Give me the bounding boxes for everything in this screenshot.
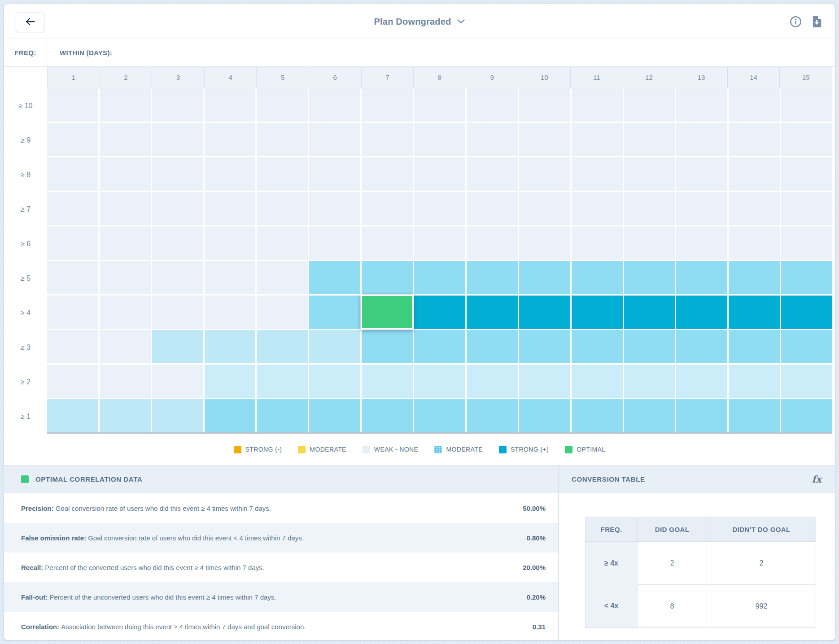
heatmap-cell[interactable]	[47, 365, 98, 398]
heatmap-cell[interactable]	[47, 192, 98, 225]
heatmap-cell[interactable]	[362, 192, 413, 225]
heatmap-cell[interactable]	[414, 192, 465, 225]
heatmap-cell[interactable]	[414, 261, 465, 294]
heatmap-cell[interactable]	[257, 365, 308, 398]
heatmap-cell[interactable]	[572, 296, 623, 329]
heatmap-cell[interactable]	[152, 192, 203, 225]
heatmap-cell[interactable]	[47, 88, 98, 122]
heatmap-cell[interactable]	[519, 123, 570, 156]
heatmap-cell[interactable]	[676, 192, 727, 225]
heatmap-cell[interactable]	[781, 157, 832, 191]
heatmap-cell[interactable]	[572, 123, 623, 156]
heatmap-cell[interactable]	[572, 226, 623, 260]
formula-fx-icon[interactable]: fx	[812, 474, 822, 485]
heatmap-cell[interactable]	[309, 296, 360, 329]
heatmap-cell[interactable]	[257, 157, 308, 191]
heatmap-cell[interactable]	[676, 296, 727, 329]
heatmap-cell[interactable]	[47, 226, 98, 260]
heatmap-cell[interactable]	[624, 365, 675, 398]
heatmap-cell[interactable]	[152, 226, 203, 260]
heatmap-cell[interactable]	[624, 157, 675, 191]
heatmap-cell[interactable]	[257, 399, 308, 432]
heatmap-cell[interactable]	[309, 192, 360, 225]
heatmap-cell[interactable]	[257, 226, 308, 260]
event-selector[interactable]: Plan Downgraded	[4, 4, 835, 39]
heatmap-cell[interactable]	[309, 399, 360, 432]
heatmap-cell[interactable]	[362, 226, 413, 260]
heatmap-cell[interactable]	[414, 365, 465, 398]
heatmap-cell[interactable]	[519, 365, 570, 398]
heatmap-cell[interactable]	[624, 261, 675, 294]
heatmap-cell[interactable]	[152, 365, 203, 398]
heatmap-cell[interactable]	[205, 365, 256, 398]
heatmap-cell[interactable]	[309, 157, 360, 191]
heatmap-cell[interactable]	[414, 330, 465, 363]
heatmap-cell[interactable]	[205, 399, 256, 432]
info-icon[interactable]	[790, 16, 802, 28]
heatmap-cell[interactable]	[100, 88, 151, 122]
heatmap-cell[interactable]	[781, 226, 832, 260]
heatmap-cell[interactable]	[257, 123, 308, 156]
heatmap-cell[interactable]	[729, 261, 780, 294]
heatmap-cell[interactable]	[676, 330, 727, 363]
heatmap-cell[interactable]	[781, 399, 832, 432]
heatmap-cell[interactable]	[572, 365, 623, 398]
heatmap-cell[interactable]	[100, 192, 151, 225]
heatmap-cell[interactable]	[467, 261, 518, 294]
heatmap-cell[interactable]	[257, 261, 308, 294]
heatmap-cell[interactable]	[781, 296, 832, 329]
heatmap-cell[interactable]	[47, 399, 98, 432]
heatmap-cell[interactable]	[205, 192, 256, 225]
heatmap-cell[interactable]	[152, 261, 203, 294]
heatmap-cell[interactable]	[47, 296, 98, 329]
heatmap-cell[interactable]	[781, 192, 832, 225]
heatmap-cell[interactable]	[572, 261, 623, 294]
heatmap-cell[interactable]	[519, 330, 570, 363]
heatmap-cell[interactable]	[624, 192, 675, 225]
heatmap-cell[interactable]	[100, 399, 151, 432]
heatmap-cell[interactable]	[624, 330, 675, 363]
heatmap-cell[interactable]	[572, 88, 623, 122]
heatmap-cell[interactable]	[362, 123, 413, 156]
heatmap-cell[interactable]	[100, 157, 151, 191]
heatmap-cell[interactable]	[729, 157, 780, 191]
heatmap-cell[interactable]	[624, 123, 675, 156]
heatmap-cell[interactable]	[467, 365, 518, 398]
heatmap-cell[interactable]	[676, 399, 727, 432]
heatmap-cell[interactable]	[624, 226, 675, 260]
heatmap-cell[interactable]	[467, 88, 518, 122]
heatmap-cell[interactable]	[47, 261, 98, 294]
heatmap-cell[interactable]	[572, 157, 623, 191]
heatmap-cell[interactable]	[519, 226, 570, 260]
heatmap-cell-selected[interactable]	[361, 295, 414, 330]
heatmap-cell[interactable]	[414, 226, 465, 260]
heatmap-cell[interactable]	[152, 88, 203, 122]
heatmap-cell[interactable]	[729, 88, 780, 122]
heatmap-cell[interactable]	[100, 330, 151, 363]
heatmap-cell[interactable]	[362, 261, 413, 294]
heatmap-cell[interactable]	[152, 399, 203, 432]
heatmap-cell[interactable]	[414, 123, 465, 156]
heatmap-cell[interactable]	[309, 88, 360, 122]
heatmap-cell[interactable]	[205, 261, 256, 294]
heatmap-cell[interactable]	[100, 226, 151, 260]
heatmap-cell[interactable]	[205, 123, 256, 156]
heatmap-cell[interactable]	[152, 123, 203, 156]
heatmap-cell[interactable]	[152, 330, 203, 363]
heatmap-cell[interactable]	[362, 157, 413, 191]
heatmap-cell[interactable]	[100, 261, 151, 294]
heatmap-cell[interactable]	[467, 399, 518, 432]
heatmap-cell[interactable]	[309, 330, 360, 363]
heatmap-cell[interactable]	[414, 399, 465, 432]
heatmap-cell[interactable]	[205, 157, 256, 191]
heatmap-cell[interactable]	[729, 192, 780, 225]
heatmap-cell[interactable]	[205, 296, 256, 329]
heatmap-cell[interactable]	[414, 88, 465, 122]
heatmap-cell[interactable]	[47, 330, 98, 363]
heatmap-cell[interactable]	[205, 88, 256, 122]
heatmap-cell[interactable]	[100, 365, 151, 398]
heatmap-cell[interactable]	[781, 261, 832, 294]
heatmap-cell[interactable]	[467, 192, 518, 225]
heatmap-cell[interactable]	[676, 157, 727, 191]
heatmap-cell[interactable]	[100, 123, 151, 156]
